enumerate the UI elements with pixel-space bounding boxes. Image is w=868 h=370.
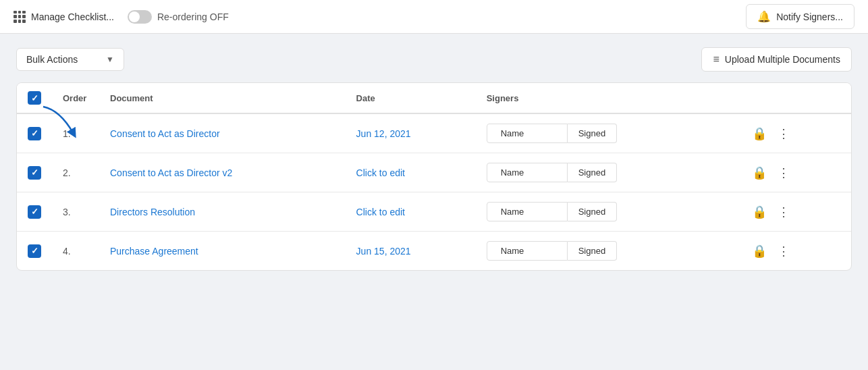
table-row: 3.Directors ResolutionClick to editNameS… xyxy=(17,192,851,232)
header-document: Document xyxy=(99,83,346,113)
select-all-checkbox[interactable] xyxy=(28,91,41,105)
document-link[interactable]: Purchase Agreement xyxy=(110,246,198,257)
row-checkbox-cell xyxy=(17,232,52,271)
notify-icon: 🔔 xyxy=(757,10,771,23)
signers-group: NameSigned xyxy=(487,241,725,261)
notify-signers-button[interactable]: 🔔 Notify Signers... xyxy=(746,4,855,29)
row-order: 4. xyxy=(52,232,99,271)
signer-name-box[interactable]: Name xyxy=(487,241,568,261)
reorder-toggle-switch[interactable] xyxy=(128,10,152,24)
row-document-cell: Purchase Agreement xyxy=(99,232,346,271)
row-2-checkbox[interactable] xyxy=(28,166,41,180)
more-options-icon[interactable]: ⋮ xyxy=(775,126,792,141)
row-checkbox-cell xyxy=(17,113,52,153)
more-options-icon[interactable]: ⋮ xyxy=(775,205,792,219)
row-actions-cell: 🔒⋮ xyxy=(736,153,851,192)
document-link[interactable]: Consent to Act as Director v2 xyxy=(110,167,232,178)
actions-group: 🔒⋮ xyxy=(747,244,840,259)
actions-group: 🔒⋮ xyxy=(747,205,840,219)
signer-status-box: Signed xyxy=(568,163,617,182)
row-document-cell: Consent to Act as Director v2 xyxy=(99,153,346,192)
row-date-cell[interactable]: Click to edit xyxy=(346,153,476,192)
upload-multiple-button[interactable]: ≡ Upload Multiple Documents xyxy=(701,47,852,72)
row-actions-cell: 🔒⋮ xyxy=(736,192,851,232)
table-row: 2.Consent to Act as Director v2Click to … xyxy=(17,153,851,192)
row-actions-cell: 🔒⋮ xyxy=(736,113,851,153)
header-signers: Signers xyxy=(476,83,736,113)
row-date-cell[interactable]: Click to edit xyxy=(346,192,476,232)
grid-icon xyxy=(13,11,26,23)
table-header-row: Order Document Date Signers xyxy=(17,83,851,113)
manage-checklist-label: Manage Checklist... xyxy=(31,11,114,22)
documents-table: Order Document Date Signers 1.Consent to… xyxy=(16,82,852,271)
signers-group: NameSigned xyxy=(487,124,725,143)
header-actions xyxy=(736,83,851,113)
chevron-down-icon: ▼ xyxy=(106,55,114,64)
header-order: Order xyxy=(52,83,99,113)
row-3-checkbox[interactable] xyxy=(28,205,41,219)
row-document-cell: Consent to Act as Director xyxy=(99,113,346,153)
header-date: Date xyxy=(346,83,476,113)
signer-status-box: Signed xyxy=(568,202,617,221)
row-signers-cell: NameSigned xyxy=(476,113,736,153)
signer-status-box: Signed xyxy=(568,124,617,143)
row-1-checkbox[interactable] xyxy=(28,127,41,140)
lock-icon[interactable]: 🔒 xyxy=(747,165,772,180)
table-row: 4.Purchase AgreementJun 15, 2021NameSign… xyxy=(17,232,851,271)
row-signers-cell: NameSigned xyxy=(476,192,736,232)
reorder-label: Re-ordering OFF xyxy=(157,11,229,22)
manage-checklist-button[interactable]: Manage Checklist... xyxy=(13,11,114,23)
row-checkbox-cell xyxy=(17,192,52,232)
row-4-checkbox[interactable] xyxy=(28,244,41,258)
more-options-icon[interactable]: ⋮ xyxy=(775,244,792,259)
document-link[interactable]: Consent to Act as Director xyxy=(110,128,220,139)
notify-signers-label: Notify Signers... xyxy=(776,11,843,22)
signers-group: NameSigned xyxy=(487,163,725,182)
signer-name-box[interactable]: Name xyxy=(487,163,568,182)
table-row: 1.Consent to Act as DirectorJun 12, 2021… xyxy=(17,113,851,153)
top-bar-left: Manage Checklist... Re-ordering OFF xyxy=(13,10,229,24)
actions-group: 🔒⋮ xyxy=(747,165,840,180)
row-document-cell: Directors Resolution xyxy=(99,192,346,232)
signer-name-box[interactable]: Name xyxy=(487,124,568,143)
row-order: 2. xyxy=(52,153,99,192)
bulk-actions-label: Bulk Actions xyxy=(26,54,78,65)
row-actions-cell: 🔒⋮ xyxy=(736,232,851,271)
content-area: Bulk Actions ▼ ≡ Upload Multiple Documen… xyxy=(0,34,868,284)
more-options-icon[interactable]: ⋮ xyxy=(775,165,792,180)
reorder-toggle-row: Re-ordering OFF xyxy=(128,10,229,24)
signer-status-box: Signed xyxy=(568,241,617,261)
row-date-cell: Jun 15, 2021 xyxy=(346,232,476,271)
top-bar: Manage Checklist... Re-ordering OFF 🔔 No… xyxy=(0,0,868,34)
actions-group: 🔒⋮ xyxy=(747,126,840,141)
row-checkbox-cell xyxy=(17,153,52,192)
row-date-cell: Jun 12, 2021 xyxy=(346,113,476,153)
lock-icon[interactable]: 🔒 xyxy=(747,205,772,219)
upload-icon: ≡ xyxy=(713,53,719,65)
signers-group: NameSigned xyxy=(487,202,725,221)
lock-icon[interactable]: 🔒 xyxy=(747,244,772,259)
toolbar: Bulk Actions ▼ ≡ Upload Multiple Documen… xyxy=(16,47,852,72)
document-link[interactable]: Directors Resolution xyxy=(110,207,195,217)
row-order: 3. xyxy=(52,192,99,232)
lock-icon[interactable]: 🔒 xyxy=(747,126,772,141)
row-signers-cell: NameSigned xyxy=(476,153,736,192)
signer-name-box[interactable]: Name xyxy=(487,202,568,221)
row-order: 1. xyxy=(52,113,99,153)
header-checkbox-cell xyxy=(17,83,52,113)
header-checkbox-wrap xyxy=(28,91,41,105)
bulk-actions-dropdown[interactable]: Bulk Actions ▼ xyxy=(16,48,124,71)
row-signers-cell: NameSigned xyxy=(476,232,736,271)
upload-multiple-label: Upload Multiple Documents xyxy=(725,54,840,65)
